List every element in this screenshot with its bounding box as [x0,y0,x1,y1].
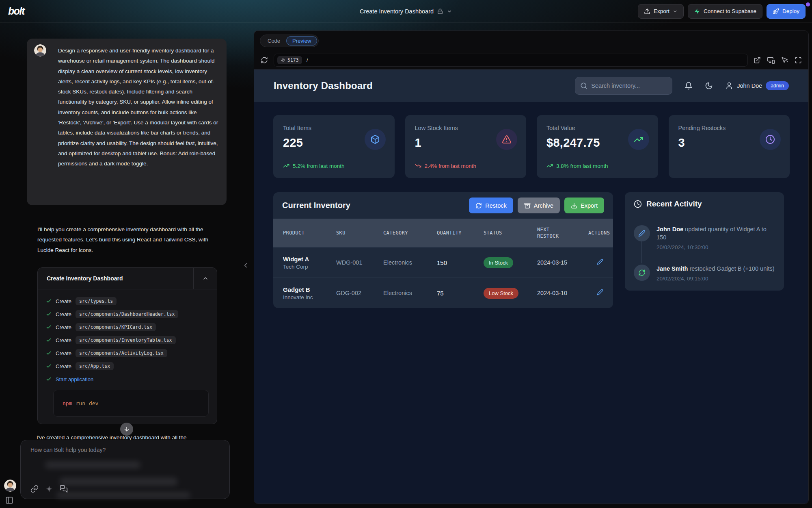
dark-mode-toggle-icon[interactable] [705,82,713,90]
alert-triangle-icon [496,129,517,150]
url-path: / [307,57,308,63]
activity-item: John Doe updated quantity of Widget A to… [634,225,775,250]
activity-actor: John Doe [657,226,683,232]
col-status: STATUS [484,230,537,236]
file-pill[interactable]: src/components/DashboardHeader.tsx [76,310,178,318]
kpi-delta-text: 5.2% from last month [293,163,345,169]
table-row: Widget A Tech Corp WDG-001 Electronics 1… [273,247,613,278]
inspector-icon[interactable] [781,56,788,64]
user-message: Design a responsive and user-friendly in… [27,39,227,205]
tab-preview[interactable]: Preview [286,36,317,46]
activity-detail: restocked Gadget B (+100 units) [688,265,774,272]
export-table-button[interactable]: Export [564,198,604,213]
step-action-label: Create [56,350,71,356]
view-tabstrip: Code Preview [254,31,808,51]
fullscreen-icon[interactable] [795,56,802,64]
archive-button[interactable]: Archive [518,198,560,213]
product-cell: Widget A Tech Corp [283,256,336,270]
step-action-label: Create [56,337,71,343]
quantity-cell: 150 [437,259,484,266]
bolt-workspace: bolt Create Inventory Dashboard Export C… [0,0,812,508]
file-pill[interactable]: src/types.ts [76,297,117,305]
sku-cell: GDG-002 [336,290,383,296]
col-sku: SKU [336,230,383,236]
collapse-chat-icon[interactable] [242,262,249,269]
status-cell: Low Stock [484,288,537,299]
kpi-delta-text: 2.4% from last month [425,163,477,169]
port-zap-icon [281,58,285,63]
archive-label: Archive [534,202,553,209]
url-input[interactable]: 5173 / [274,54,748,67]
chat-mode-icon[interactable] [60,485,68,493]
blurred-text [60,478,177,486]
kpi-delta: 5.2% from last month [283,163,345,169]
kpi-delta: 3.8% from last month [546,163,608,169]
tab-code[interactable]: Code [261,36,286,46]
file-pill[interactable]: src/components/InventoryTable.tsx [76,336,175,344]
inventory-search [575,77,672,95]
export-button[interactable]: Export [638,4,684,19]
command-bin: npm [63,400,72,406]
sidebar-toggle-icon[interactable] [5,496,13,504]
check-icon [46,298,52,304]
col-next-restock: NEXT RESTOCK [537,226,566,239]
attach-link-icon[interactable] [30,485,39,493]
kpi-low-stock: Low Stock Items 1 2.4% from last month [405,115,527,178]
account-avatar[interactable] [4,480,16,492]
col-actions: ACTIONS [588,230,613,236]
activity-header: Recent Activity [625,192,784,216]
actions-cell [588,289,613,297]
notification-dot [806,2,810,7]
bolt-logo[interactable]: bolt [8,5,24,17]
create-file-step: Create src/components/KPICard.tsx [46,321,209,334]
port-badge[interactable]: 5173 [277,56,302,64]
activity-title: Recent Activity [646,200,702,208]
artifact-steps: Create src/types.ts Create src/component… [38,289,217,386]
product-cell: Gadget B Innovate Inc [283,286,336,300]
responsive-preview-icon[interactable] [767,56,775,64]
search-input[interactable] [591,82,667,89]
artifact-header[interactable]: Create Inventory Dashboard [38,268,217,289]
restock-button[interactable]: Restock [469,198,513,213]
archive-icon [524,202,531,209]
scroll-to-bottom-button[interactable] [120,423,133,436]
step-action-label: Create [56,311,71,317]
assistant-intro-text: I'll help you create a comprehensive inv… [37,224,224,255]
create-file-step: Create src/components/DashboardHeader.ts… [46,308,209,321]
user-chip[interactable]: John Doe admin [725,81,789,90]
check-icon [46,350,52,356]
notifications-icon[interactable] [685,82,693,90]
activity-list: John Doe updated quantity of Widget A to… [625,216,784,291]
open-in-new-tab-icon[interactable] [754,56,761,64]
port-number: 5173 [287,57,299,63]
artifact-collapse-button[interactable] [193,268,217,289]
chevron-down-icon[interactable] [447,9,452,14]
app-title: Inventory Dashboard [274,80,373,91]
kpi-delta: 2.4% from last month [415,163,477,169]
inventory-card: Current Inventory Restock Archive [273,192,613,308]
edit-icon[interactable] [597,258,603,265]
arrow-down-icon [123,426,130,432]
kpi-total-value: Total Value $8,247.75 3.8% from last mon… [537,115,658,178]
package-icon [365,129,386,150]
edit-icon[interactable] [597,289,603,295]
file-pill[interactable]: src/components/KPICard.tsx [76,323,156,331]
enhance-prompt-icon[interactable] [45,485,53,493]
file-pill[interactable]: src/App.tsx [76,362,114,370]
rocket-icon [773,8,779,15]
user-message-text: Design a responsive and user-friendly in… [58,46,219,169]
activity-time: 20/02/2024, 09:15:00 [657,276,775,282]
deploy-button[interactable]: Deploy [767,4,806,19]
app-header: Inventory Dashboard John Doe admin [254,69,808,102]
start-application-link[interactable]: Start application [56,376,93,382]
kpi-pending-restocks: Pending Restocks 3 [669,115,790,178]
activity-connector [641,241,642,263]
reload-icon[interactable] [261,56,268,64]
user-icon [725,82,733,90]
status-badge: In Stock [484,257,513,268]
file-pill[interactable]: src/components/ActivityLog.tsx [76,349,167,357]
connect-supabase-button[interactable]: Connect to Supabase [688,4,762,19]
trending-up-icon [628,129,649,150]
artifact-title: Create Inventory Dashboard [38,268,193,289]
terminal-command: npm run dev [53,390,209,417]
